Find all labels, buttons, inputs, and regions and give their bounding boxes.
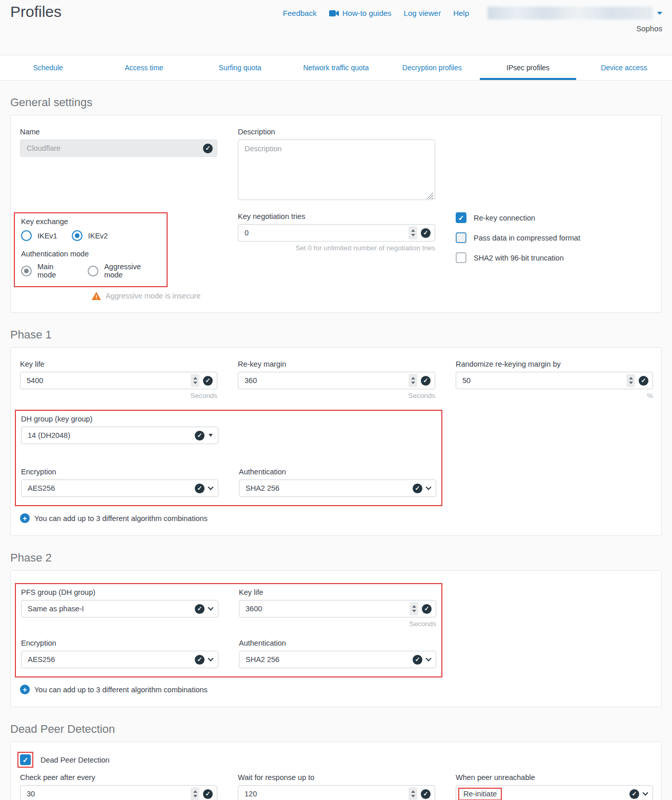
select-value: Re-initiate [463, 790, 497, 798]
rekey-margin-field: Re-key margin Seconds [238, 360, 435, 399]
p2-encryption-select[interactable]: AES256 [21, 651, 218, 668]
caret-down-icon [209, 434, 213, 437]
tab-decryption-profiles[interactable]: Decryption profiles [384, 55, 480, 80]
description-label: Description [238, 128, 435, 136]
options-column: Re-key connection Pass data in compresse… [456, 212, 653, 300]
p2-key-life-input[interactable] [239, 600, 436, 617]
howto-guides-link[interactable]: How-to guides [329, 9, 392, 17]
radio-aggressive-mode[interactable]: Aggressive mode [88, 263, 160, 279]
p1-add-combination[interactable]: You can add up to 3 different algorithm … [20, 513, 652, 523]
unit-label: Seconds [239, 620, 436, 628]
number-stepper[interactable] [409, 374, 417, 387]
feedback-label: Feedback [283, 9, 317, 17]
valid-check-icon [413, 655, 422, 665]
key-exchange-annotation: Key exchange IKEv1 IKEv2 Authentication … [14, 212, 168, 287]
description-textarea[interactable] [238, 139, 435, 200]
rekey-margin-input[interactable] [238, 372, 435, 389]
radio-ikev2-label: IKEv2 [88, 232, 108, 240]
peer-unreachable-select[interactable]: Re-initiate [456, 785, 653, 800]
number-stepper[interactable] [191, 787, 199, 800]
valid-check-icon [629, 789, 639, 799]
radio-main-mode[interactable]: Main mode [21, 263, 73, 279]
p1-encryption-select[interactable]: AES256 [21, 479, 218, 497]
valid-check-icon [203, 144, 213, 153]
tab-surfing-quota[interactable]: Surfing quota [192, 55, 288, 80]
number-stepper[interactable] [191, 374, 199, 387]
log-viewer-link[interactable]: Log viewer [404, 9, 441, 17]
account-dropdown[interactable] [487, 7, 662, 19]
valid-check-icon [195, 484, 205, 493]
field-label: Authentication [239, 639, 436, 647]
name-input[interactable] [20, 139, 217, 157]
randomize-margin-input[interactable] [456, 372, 653, 389]
plus-icon [20, 513, 30, 523]
tab-network-traffic-quota[interactable]: Network traffic quota [288, 55, 384, 80]
checkbox-rekey-connection[interactable]: Re-key connection [456, 212, 653, 223]
check-peer-input[interactable] [20, 785, 217, 800]
dpd-heading: Dead Peer Detection [10, 723, 662, 736]
video-icon [329, 10, 339, 16]
checkbox-label: SHA2 with 96-bit truncation [474, 254, 564, 262]
tab-device-access[interactable]: Device access [576, 55, 672, 80]
plus-icon [20, 685, 30, 694]
dh-group-select[interactable]: 14 (DH2048) [21, 427, 218, 444]
p2-authentication-select[interactable]: SHA2 256 [239, 651, 436, 668]
header-links: Feedback How-to guides Log viewer Help [283, 7, 662, 19]
checkbox-icon [456, 212, 466, 223]
auth-mode-label: Authentication mode [21, 250, 160, 258]
valid-check-icon [203, 789, 213, 799]
randomize-margin-field: Randomize re-keying margin by % [456, 360, 653, 399]
name-field: Name [20, 128, 217, 202]
field-label: PFS group (DH group) [21, 588, 218, 596]
phase2-algorithms-annotation: PFS group (DH group) Same as phase-I Key… [15, 583, 442, 677]
tab-access-time[interactable]: Access time [96, 55, 192, 80]
tab-schedule[interactable]: Schedule [0, 55, 96, 80]
checkbox-sha2-truncation[interactable]: SHA2 with 96-bit truncation [456, 252, 653, 263]
add-note-text: You can add up to 3 different algorithm … [34, 514, 208, 523]
aggressive-mode-warning: Aggressive mode is insecure [92, 292, 217, 300]
radio-icon [72, 230, 83, 241]
checkbox-icon [456, 232, 466, 243]
field-label: Wait for response up to [238, 773, 435, 782]
howto-guides-label: How-to guides [342, 9, 392, 17]
valid-check-icon [639, 376, 648, 386]
p1-authentication-select[interactable]: SHA2 256 [239, 479, 436, 497]
wait-response-input[interactable] [238, 785, 435, 800]
field-label: When peer unreachable [456, 773, 653, 782]
help-label: Help [453, 9, 469, 17]
select-value: AES256 [28, 655, 55, 664]
description-field: Description [238, 128, 435, 202]
key-exchange-label: Key exchange [21, 217, 160, 226]
general-settings-heading: General settings [10, 96, 662, 109]
unit-label: % [456, 392, 653, 399]
dpd-checkbox[interactable] [20, 754, 31, 765]
number-stepper[interactable] [626, 374, 635, 387]
tab-ipsec-profiles[interactable]: IPsec profiles [480, 55, 576, 80]
radio-ikev1[interactable]: IKEv1 [21, 230, 57, 241]
chevron-down-icon [208, 484, 213, 490]
valid-check-icon [421, 228, 431, 238]
header-right: Feedback How-to guides Log viewer Help S… [283, 7, 662, 33]
number-stepper[interactable] [409, 226, 417, 239]
feedback-link[interactable]: Feedback [283, 9, 317, 17]
dpd-checkbox-annotation [17, 752, 33, 768]
peer-unreachable-field: When peer unreachable Re-initiate [456, 773, 653, 800]
key-negotiation-input[interactable] [238, 224, 435, 242]
number-stepper[interactable] [409, 787, 417, 800]
help-link[interactable]: Help [453, 9, 469, 17]
chevron-down-icon [425, 484, 431, 490]
brand-label: Sophos [636, 24, 662, 33]
pfs-group-select[interactable]: Same as phase-I [21, 600, 218, 617]
page-header: Profiles Feedback How-to guides Log view… [0, 0, 672, 55]
radio-ikev2[interactable]: IKEv2 [72, 230, 108, 241]
profiles-tabbar: Schedule Access time Surfing quota Netwo… [0, 55, 672, 81]
checkbox-compressed-format[interactable]: Pass data in compressed format [456, 232, 653, 243]
radio-icon [21, 266, 32, 276]
checkbox-label: Pass data in compressed format [474, 234, 580, 242]
p1-key-life-input[interactable] [20, 372, 217, 389]
chevron-down-icon [425, 655, 431, 661]
number-stepper[interactable] [410, 602, 418, 615]
p2-add-combination[interactable]: You can add up to 3 different algorithm … [20, 685, 652, 694]
chevron-down-icon [208, 605, 213, 610]
radio-ikev1-label: IKEv1 [37, 232, 57, 240]
